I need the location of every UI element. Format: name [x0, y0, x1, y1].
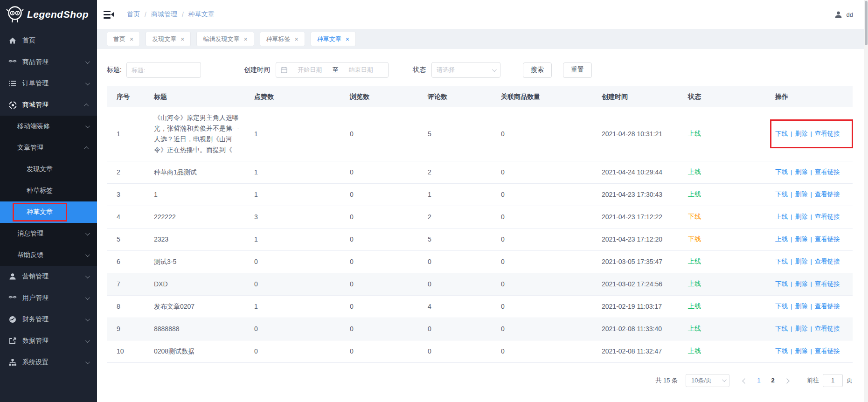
offline-link[interactable]: 下线 [775, 303, 788, 310]
articles-table: 序号 标题 点赞数 浏览数 评论数 关联商品数量 创建时间 状态 操作 1 《山 [107, 86, 853, 363]
page-number-1[interactable]: 1 [752, 377, 766, 384]
delete-link[interactable]: 删除 [795, 130, 807, 137]
view-link-link[interactable]: 查看链接 [815, 191, 840, 198]
prev-page-button[interactable] [738, 377, 752, 384]
search-button[interactable]: 搜索 [523, 62, 552, 78]
breadcrumb-current[interactable]: 种草文章 [188, 10, 215, 19]
view-link-link[interactable]: 查看链接 [815, 347, 840, 354]
sidebar-item-message-management[interactable]: 消息管理 [0, 223, 97, 244]
sidebar-item-help-feedback[interactable]: 帮助反馈 [0, 244, 97, 266]
table-row: 6 测试3-5 0 0 0 0 2021-03-05 17:35:47 上线 下… [107, 250, 853, 273]
sidebar-item-marketing[interactable]: 营销管理 [0, 266, 97, 287]
table-row: 7 DXD 0 0 0 0 2021-03-02 17:24:56 上线 下线|… [107, 273, 853, 295]
sidebar-item-discover-article[interactable]: 发现文章 [0, 159, 97, 180]
status-filter-label: 状态 [413, 66, 426, 74]
sidebar-item-home[interactable]: 首页 [0, 30, 97, 51]
user-menu[interactable]: dd [834, 11, 853, 19]
breadcrumb-mall[interactable]: 商城管理 [151, 10, 177, 19]
col-comments: 评论数 [418, 86, 491, 107]
close-icon[interactable]: × [346, 36, 349, 42]
status-select[interactable]: 请选择 [431, 62, 500, 78]
tab-discover-article[interactable]: 发现文章 × [146, 32, 191, 46]
online-link[interactable]: 上线 [775, 236, 788, 243]
view-link-link[interactable]: 查看链接 [815, 325, 840, 332]
col-products: 关联商品数量 [491, 86, 592, 107]
legendshop-logo[interactable]: LegendShop [0, 0, 97, 29]
delete-link[interactable]: 删除 [795, 325, 807, 332]
vertical-scrollbar[interactable] [864, 0, 868, 402]
delete-link[interactable]: 删除 [795, 347, 807, 354]
chevron-down-icon [85, 81, 90, 85]
delete-link[interactable]: 删除 [795, 303, 807, 310]
close-icon[interactable]: × [181, 36, 184, 42]
chevron-up-icon [84, 146, 89, 151]
table-header-row: 序号 标题 点赞数 浏览数 评论数 关联商品数量 创建时间 状态 操作 [107, 86, 853, 107]
glasses-icon [8, 58, 17, 66]
offline-link[interactable]: 下线 [775, 130, 788, 137]
offline-link[interactable]: 下线 [775, 258, 788, 265]
page-size-select[interactable]: 10条/页 [686, 374, 729, 387]
delete-link[interactable]: 删除 [795, 258, 807, 265]
chevron-down-icon [85, 124, 90, 128]
breadcrumb-home[interactable]: 首页 [127, 10, 140, 19]
next-page-button[interactable] [780, 377, 794, 384]
scrollbar-thumb[interactable] [865, 1, 868, 45]
sidebar-item-mall[interactable]: 商城管理 [0, 94, 97, 116]
brand-name: LegendShop [27, 9, 89, 20]
view-link-link[interactable]: 查看链接 [815, 280, 840, 287]
status-badge: 上线 [678, 295, 765, 318]
sidebar-item-article-management[interactable]: 文章管理 [0, 137, 97, 159]
online-link[interactable]: 上线 [775, 213, 788, 220]
view-link-link[interactable]: 查看链接 [815, 258, 840, 265]
close-icon[interactable]: × [130, 36, 133, 42]
tab-seeding-article[interactable]: 种草文章 × [311, 32, 356, 46]
view-link-link[interactable]: 查看链接 [815, 168, 840, 175]
delete-link[interactable]: 删除 [795, 236, 807, 243]
date-range-picker[interactable]: 开始日期 至 结束日期 [276, 62, 389, 78]
view-link-link[interactable]: 查看链接 [815, 213, 840, 220]
sidebar-item-mobile-decoration[interactable]: 移动端装修 [0, 116, 97, 137]
offline-link[interactable]: 下线 [775, 347, 788, 354]
sidebar-item-data[interactable]: 数据管理 [0, 330, 97, 352]
tab-strip: 首页 × 发现文章 × 编辑发现文章 × 种草标签 × 种草文章 × [97, 29, 864, 49]
sidebar-item-orders[interactable]: 订单管理 [0, 73, 97, 94]
view-link-link[interactable]: 查看链接 [815, 303, 840, 310]
export-icon [8, 337, 17, 345]
tab-home[interactable]: 首页 × [107, 32, 140, 46]
offline-link[interactable]: 下线 [775, 191, 788, 198]
close-icon[interactable]: × [243, 36, 247, 42]
sidebar-item-seeding-article[interactable]: 种草文章 [0, 201, 97, 223]
view-link-link[interactable]: 查看链接 [815, 130, 840, 137]
view-link-link[interactable]: 查看链接 [815, 236, 840, 243]
tab-edit-discover-article[interactable]: 编辑发现文章 × [196, 32, 254, 46]
tab-seeding-tag[interactable]: 种草标签 × [260, 32, 305, 46]
sidebar-item-finance[interactable]: 财务管理 [0, 309, 97, 330]
sidebar-item-system[interactable]: 系统设置 [0, 352, 97, 373]
offline-link[interactable]: 下线 [775, 325, 788, 332]
table-row: 5 2323 1 0 5 0 2021-04-23 17:12:20 下线 上线… [107, 228, 853, 250]
sidebar-item-goods[interactable]: 商品管理 [0, 51, 97, 73]
start-date-placeholder[interactable]: 开始日期 [287, 66, 333, 74]
sidebar-item-users[interactable]: 用户管理 [0, 287, 97, 309]
status-badge: 上线 [678, 318, 765, 340]
status-badge: 下线 [678, 206, 765, 228]
delete-link[interactable]: 删除 [795, 191, 807, 198]
delete-link[interactable]: 删除 [795, 280, 807, 287]
page-number-2[interactable]: 2 [766, 377, 780, 384]
title-filter-input[interactable] [126, 62, 201, 78]
col-status: 状态 [678, 86, 765, 107]
mall-submenu: 移动端装修 文章管理 发现文章 种草标签 种草文章 消 [0, 116, 97, 266]
table-row: 8 发布文章0207 1 0 4 0 2021-02-19 11:03:17 上… [107, 295, 853, 318]
offline-link[interactable]: 下线 [775, 168, 788, 175]
delete-link[interactable]: 删除 [795, 213, 807, 220]
pagination: 共 15 条 10条/页 1 2 前往 页 [107, 374, 853, 387]
close-icon[interactable]: × [295, 36, 299, 42]
end-date-placeholder[interactable]: 结束日期 [338, 66, 383, 74]
menu-fold-icon[interactable] [104, 10, 114, 19]
delete-link[interactable]: 删除 [795, 168, 807, 175]
offline-link[interactable]: 下线 [775, 280, 788, 287]
goto-page-input[interactable] [823, 374, 843, 387]
reset-button[interactable]: 重置 [563, 62, 592, 78]
sidebar-item-seeding-tag[interactable]: 种草标签 [0, 180, 97, 201]
col-likes: 点赞数 [244, 86, 340, 107]
